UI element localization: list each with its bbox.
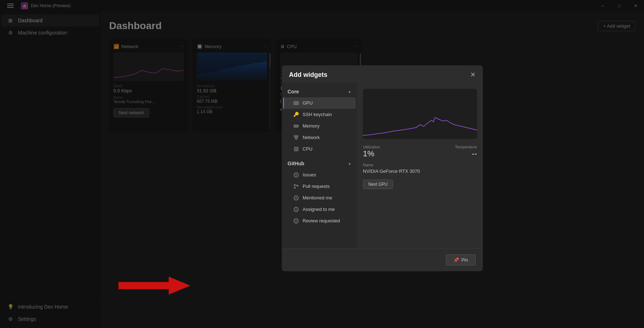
github-chevron-icon: ▲ [348,161,351,165]
svg-rect-8 [295,138,297,139]
gpu-icon [293,100,299,106]
red-arrow [118,275,190,296]
dialog-item-memory[interactable]: Memory [283,120,356,131]
svg-point-22 [295,208,297,210]
dialog-item-assigned-to-me[interactable]: Assigned to me [283,203,356,215]
utilization-stat: Utilization 1% [363,144,380,158]
core-section-header[interactable]: Core ▲ [282,86,357,97]
temperature-stat: Temperature -- [455,144,477,158]
preview-chart [363,88,477,139]
svg-point-15 [294,184,295,185]
issues-icon [293,172,299,177]
svg-point-20 [295,197,297,198]
memory-dialog-icon [293,123,299,129]
gpu-name-value: NVIDIA GeForce RTX 3070 [363,168,477,174]
ssh-icon: 🔑 [293,111,299,117]
dialog-item-cpu[interactable]: CPU [283,143,356,154]
dialog-item-issues[interactable]: Issues [283,169,356,180]
dialog-item-pull-requests[interactable]: Pull requests [283,180,356,192]
svg-rect-3 [295,102,298,103]
gpu-name-label: Name [363,162,477,167]
svg-rect-12 [295,148,297,150]
svg-rect-25 [363,88,477,139]
dialog-item-mentioned-me[interactable]: Mentioned me [283,192,356,203]
svg-rect-10 [294,135,298,136]
dialog-footer: 📌 Pin [282,248,483,271]
add-widgets-dialog: Add widgets ✕ Core ▲ GPU 🔑 SSH [282,65,483,271]
dialog-close-button[interactable]: ✕ [470,71,476,78]
network-dialog-icon [293,134,299,140]
pin-icon: 📌 [453,257,459,262]
pin-button[interactable]: 📌 Pin [446,254,476,265]
dialog-item-gpu[interactable]: GPU [283,97,356,108]
svg-rect-9 [295,137,298,138]
dialog-item-network[interactable]: Network [283,131,356,143]
dialog-title: Add widgets [289,71,327,78]
svg-rect-7 [297,125,298,126]
pull-requests-icon [293,183,299,189]
assigned-to-me-icon [293,206,299,212]
svg-point-14 [295,174,297,175]
dialog-sidebar: Core ▲ GPU 🔑 SSH keychain [282,83,357,248]
svg-point-16 [294,187,295,188]
github-section-header[interactable]: GitHub ▲ [282,157,357,169]
svg-point-24 [295,220,297,221]
svg-rect-6 [296,125,297,126]
svg-marker-26 [118,277,190,295]
dialog-header: Add widgets ✕ [282,65,483,83]
cpu-dialog-icon [293,146,299,152]
dialog-item-review-requested[interactable]: Review requested [283,215,356,226]
svg-rect-5 [295,125,295,126]
dialog-preview: Utilization 1% Temperature -- Name NVIDI… [357,83,483,248]
preview-stats: Utilization 1% Temperature -- [363,144,477,158]
dialog-body: Core ▲ GPU 🔑 SSH keychain [282,83,483,248]
review-requested-icon [293,218,299,223]
core-chevron-icon: ▲ [348,89,351,93]
mentioned-me-icon [293,195,299,200]
next-gpu-button[interactable]: Next GPU [363,179,393,189]
dialog-item-ssh[interactable]: 🔑 SSH keychain [283,108,356,120]
